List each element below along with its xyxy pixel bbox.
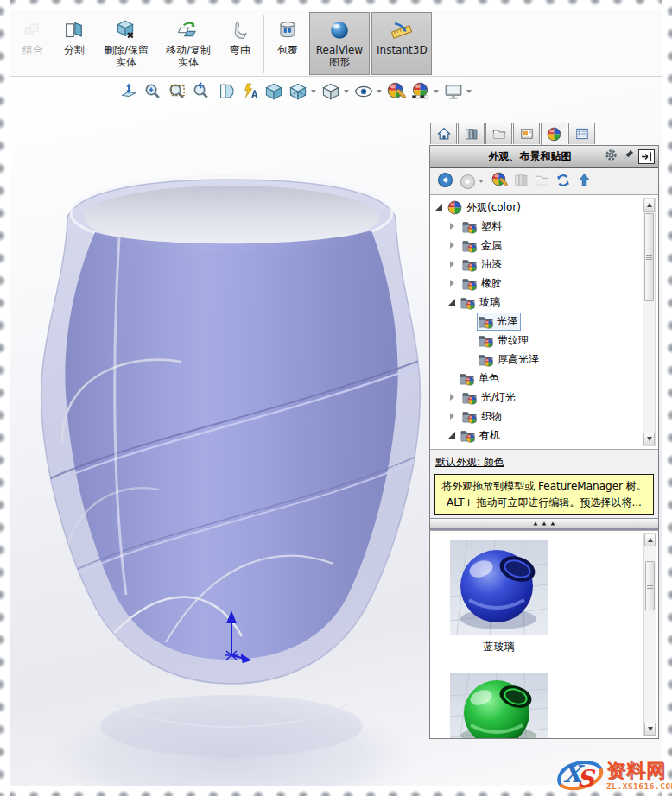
move-copy-body-button[interactable]: 移动/复制实体 — [158, 12, 219, 75]
vase-reflection — [43, 695, 420, 786]
delete-body-icon — [116, 18, 136, 42]
split-button[interactable]: 分割 — [54, 12, 94, 75]
annotation-visibility-icon[interactable] — [238, 80, 261, 103]
section-view-icon[interactable] — [214, 80, 237, 103]
scrollbar-thumb[interactable] — [644, 213, 654, 301]
tree-item-lights[interactable]: 光/灯光 — [430, 388, 658, 407]
tab-home[interactable] — [430, 123, 457, 144]
tab-appearances-scenes[interactable] — [541, 123, 567, 145]
collapse-pane-icon[interactable] — [638, 149, 655, 164]
chevron-collapsed-icon[interactable] — [450, 413, 454, 420]
folder-ball-icon — [462, 219, 477, 234]
appearance-ball-icon — [447, 200, 462, 215]
watermark-text: 资料网 ZL.XS1616.COM — [606, 761, 672, 791]
instant3d-ruler-icon — [391, 18, 412, 42]
delete-keep-body-button[interactable]: 删除/保留实体 — [96, 12, 156, 75]
appearances-toolbar — [430, 168, 658, 194]
dropdown-caret[interactable] — [377, 90, 382, 93]
folder-ball-icon — [479, 314, 493, 329]
tree-item-thick-gloss[interactable]: 厚高光泽 — [430, 350, 658, 369]
edit-appearance-button[interactable] — [491, 172, 508, 191]
instant3d-button[interactable]: Instant3D — [371, 12, 432, 75]
tree-item-appearances-root[interactable]: 外观(color) — [430, 198, 658, 217]
thumbnail-label: 蓝玻璃 — [484, 640, 515, 654]
folder-ball-icon — [462, 409, 477, 424]
options-gear-icon[interactable] — [604, 148, 618, 165]
zoom-to-fit-icon[interactable] — [117, 80, 140, 103]
up-level-button[interactable] — [577, 173, 592, 190]
display-style-icon[interactable] — [320, 80, 342, 103]
watermark-site-name: 资料网 — [606, 761, 672, 780]
tree-item-fabric[interactable]: 织物 — [430, 407, 658, 426]
apply-scene-icon[interactable] — [409, 80, 432, 103]
previous-view-icon[interactable] — [190, 80, 212, 103]
chevron-expanded-icon[interactable] — [448, 299, 455, 306]
chevron-collapsed-icon[interactable] — [450, 242, 454, 249]
chevron-collapsed-icon[interactable] — [450, 261, 454, 268]
stamp-border-right — [662, 0, 672, 796]
tab-view-palette[interactable] — [513, 123, 540, 144]
tree-item-gloss-selected[interactable]: 光泽 — [430, 312, 658, 331]
tree-item-partial — [430, 445, 658, 450]
hide-show-items-icon[interactable] — [352, 80, 375, 103]
back-button[interactable] — [437, 172, 453, 191]
tree-item-rubber[interactable]: 橡胶 — [430, 274, 658, 293]
refresh-button[interactable] — [555, 173, 571, 191]
view-orientation-icon[interactable] — [263, 80, 285, 103]
realview-graphics-button[interactable]: RealView图形 — [309, 12, 370, 75]
chevron-expanded-icon[interactable] — [435, 204, 442, 211]
features-toolbar: 组合 分割 删除/保留实体 移动/复制实体 弯曲 包覆 RealView图形 — [10, 10, 662, 77]
split-icon — [64, 18, 85, 42]
view-settings-icon[interactable] — [442, 80, 465, 103]
chevron-expanded-icon[interactable] — [448, 432, 455, 439]
folder-ball-icon — [460, 428, 475, 443]
folder-ball-icon — [460, 371, 474, 386]
scroll-down-button[interactable] — [644, 723, 656, 736]
tree-item-solid-color[interactable]: 单色 — [430, 369, 658, 388]
scroll-up-button[interactable] — [643, 199, 655, 212]
dropdown-caret[interactable] — [344, 90, 349, 93]
wrap-button[interactable]: 包覆 — [268, 12, 307, 75]
tree-item-plastic[interactable]: 塑料 — [430, 217, 658, 236]
stamp-border-top — [0, 0, 672, 10]
default-appearance-label: 默认外观: 颜色 — [430, 450, 658, 471]
flex-button[interactable]: 弯曲 — [220, 12, 260, 75]
task-pane: 外观、布景和贴图 — [429, 123, 659, 739]
view-cube-icon[interactable] — [287, 80, 309, 103]
chevron-collapsed-icon[interactable] — [450, 394, 454, 401]
scroll-up-button[interactable] — [644, 534, 656, 546]
dropdown-caret[interactable] — [466, 90, 472, 93]
dropdown-caret[interactable] — [434, 90, 439, 93]
pane-splitter[interactable] — [430, 518, 658, 530]
tree-item-metal[interactable]: 金属 — [430, 236, 658, 255]
tab-file-explorer[interactable] — [485, 123, 512, 144]
watermark-url: ZL.XS1616.COM — [606, 781, 672, 791]
scrollbar-thumb[interactable] — [645, 561, 655, 610]
preview-scrollbar[interactable] — [643, 533, 656, 736]
pin-icon[interactable] — [622, 148, 635, 164]
flex-icon — [230, 18, 250, 42]
tree-item-textured[interactable]: 带纹理 — [430, 331, 658, 350]
edit-appearance-icon[interactable] — [385, 80, 408, 103]
tree-scrollbar[interactable] — [643, 198, 656, 446]
scroll-down-button[interactable] — [643, 433, 655, 445]
dropdown-caret[interactable] — [311, 90, 316, 93]
chevron-collapsed-icon[interactable] — [450, 223, 454, 230]
green-glass-item[interactable] — [450, 673, 548, 738]
chevron-collapsed-icon[interactable] — [450, 280, 454, 287]
combine-icon — [22, 18, 43, 42]
tree-item-glass[interactable]: 玻璃 — [430, 293, 658, 312]
zoom-in-out-icon[interactable] — [142, 80, 164, 103]
move-copy-icon — [178, 18, 199, 42]
graphics-area[interactable]: 外观、布景和贴图 — [10, 77, 662, 786]
tab-design-library[interactable] — [458, 123, 485, 144]
tree-item-organic[interactable]: 有机 — [430, 426, 658, 445]
tree-item-paint[interactable]: 油漆 — [430, 255, 658, 274]
zoom-to-area-icon[interactable] — [166, 80, 188, 103]
toolbar-separator — [263, 15, 264, 73]
open-folder-button — [535, 173, 549, 190]
design-library-button — [514, 173, 529, 190]
blue-glass-item[interactable]: 蓝玻璃 — [450, 540, 548, 654]
tab-custom-properties[interactable] — [568, 123, 595, 144]
forward-button[interactable] — [460, 174, 485, 190]
